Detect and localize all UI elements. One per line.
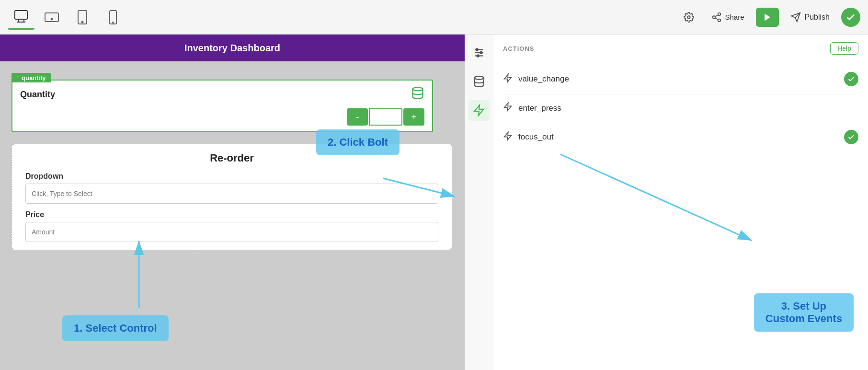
share-label: Share — [725, 13, 744, 21]
stepper-plus-button[interactable]: + — [403, 108, 424, 126]
stepper-control: - + — [347, 108, 424, 126]
widget-tag: ↑ quantity — [11, 73, 51, 82]
action-left-enter-press: enter_press — [503, 102, 561, 114]
sidebar-filters-icon[interactable] — [468, 42, 490, 63]
svg-point-19 — [413, 87, 423, 91]
toolbar: Share Publish — [0, 0, 868, 35]
svg-marker-16 — [765, 13, 770, 21]
toolbar-right: Share Publish — [678, 8, 860, 27]
action-name-value-change: value_change — [518, 74, 569, 84]
svg-point-10 — [688, 16, 691, 19]
svg-point-7 — [82, 21, 83, 23]
action-row-value-change: value_change — [503, 64, 858, 94]
sidebar-icons — [465, 35, 493, 370]
help-button[interactable]: Help — [830, 42, 858, 55]
action-name-enter-press: enter_press — [518, 104, 561, 113]
widget-title: Quantity — [20, 90, 55, 100]
database-icon — [411, 86, 424, 103]
annotation-select-control: 1. Select Control — [62, 315, 169, 341]
svg-point-24 — [476, 48, 478, 50]
annotation-custom-events: 3. Set UpCustom Events — [754, 293, 854, 332]
svg-marker-30 — [504, 74, 512, 82]
publish-button[interactable]: Publish — [785, 8, 835, 26]
stepper-input[interactable] — [369, 108, 402, 126]
device-mobile[interactable] — [100, 5, 126, 30]
bolt-icon-value-change — [503, 73, 513, 85]
price-input[interactable] — [25, 222, 438, 242]
actions-title: ACTIONS — [503, 45, 535, 52]
annotation-step3-text: 3. Set UpCustom Events — [765, 300, 842, 324]
device-tablet-portrait[interactable] — [69, 5, 96, 30]
status-check[interactable] — [841, 8, 860, 27]
page-title-bar: Inventory Dashboard — [0, 35, 465, 61]
svg-point-5 — [51, 18, 53, 20]
action-left-focus-out: focus_out — [503, 131, 554, 143]
left-content: Inventory Dashboard ↑ quantity Quantity — [0, 35, 465, 370]
stepper-minus-button[interactable]: - — [347, 108, 368, 126]
svg-point-12 — [713, 16, 716, 19]
svg-point-13 — [718, 19, 721, 21]
sidebar-bolt-icon[interactable] — [468, 100, 490, 121]
svg-point-25 — [480, 52, 482, 54]
svg-point-11 — [718, 12, 721, 15]
share-button[interactable]: Share — [706, 8, 750, 26]
svg-marker-32 — [504, 132, 512, 140]
quantity-widget[interactable]: ↑ quantity Quantity - — [11, 80, 433, 132]
dropdown-input[interactable] — [25, 184, 438, 204]
action-row-enter-press: enter_press — [503, 94, 858, 122]
bolt-icon-enter-press — [503, 102, 513, 114]
right-panel: ACTIONS Help value_change — [465, 35, 868, 370]
svg-point-28 — [474, 76, 484, 80]
publish-label: Publish — [805, 13, 830, 22]
action-left-value-change: value_change — [503, 73, 569, 85]
action-row-focus-out: focus_out — [503, 122, 858, 152]
check-focus-out — [844, 130, 858, 144]
device-desktop[interactable] — [8, 5, 34, 30]
check-value-change — [844, 72, 858, 86]
device-selector — [8, 5, 126, 30]
svg-marker-29 — [474, 105, 484, 116]
svg-marker-31 — [504, 103, 512, 111]
run-button[interactable] — [756, 8, 779, 27]
device-tablet-landscape[interactable] — [38, 5, 65, 30]
actions-header: ACTIONS Help — [503, 42, 858, 55]
main-area: Inventory Dashboard ↑ quantity Quantity — [0, 35, 868, 370]
action-name-focus-out: focus_out — [518, 132, 554, 142]
svg-point-9 — [113, 22, 114, 23]
svg-point-27 — [477, 55, 479, 57]
price-label: Price — [25, 210, 438, 219]
bolt-icon-focus-out — [503, 131, 513, 143]
settings-button[interactable] — [678, 8, 700, 26]
svg-line-14 — [715, 18, 718, 20]
dropdown-label: Dropdown — [25, 172, 438, 181]
annotation-click-bolt: 2. Click Bolt — [316, 129, 400, 155]
svg-rect-0 — [15, 11, 27, 19]
svg-line-15 — [715, 14, 718, 16]
sidebar-database-icon[interactable] — [468, 71, 490, 92]
page-title: Inventory Dashboard — [184, 43, 280, 54]
